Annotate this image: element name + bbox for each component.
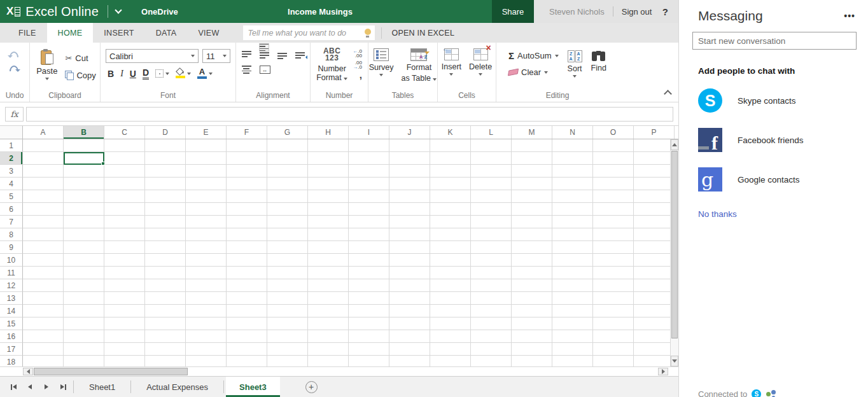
open-in-excel-button[interactable]: OPEN IN EXCEL	[388, 23, 458, 43]
facebook-friends-option[interactable]: f Facebook friends	[698, 128, 855, 152]
cell-A1[interactable]	[23, 139, 64, 152]
cell-N10[interactable]	[552, 254, 593, 267]
cell-G15[interactable]	[267, 317, 308, 330]
cell-I14[interactable]	[349, 305, 389, 317]
column-header-D[interactable]: D	[145, 126, 186, 139]
cell-K10[interactable]	[430, 254, 471, 267]
double-underline-button[interactable]: D	[143, 67, 149, 80]
cell-L16[interactable]	[471, 330, 512, 343]
cell-A9[interactable]	[23, 241, 64, 254]
cell-E8[interactable]	[186, 228, 227, 241]
cell-J18[interactable]	[389, 356, 430, 366]
cell-C11[interactable]	[104, 267, 145, 279]
vertical-scrollbar[interactable]	[670, 139, 678, 366]
cell-B5[interactable]	[64, 190, 104, 203]
cell-J7[interactable]	[389, 216, 430, 228]
cell-J8[interactable]	[389, 228, 430, 241]
cell-F15[interactable]	[227, 317, 267, 330]
cell-G8[interactable]	[267, 228, 308, 241]
align-left-button[interactable]	[259, 43, 269, 52]
cell-K6[interactable]	[430, 203, 471, 216]
horizontal-scroll-thumb[interactable]	[34, 368, 188, 375]
cell-A8[interactable]	[23, 228, 64, 241]
cell-J14[interactable]	[389, 305, 430, 317]
cell-N1[interactable]	[552, 139, 593, 152]
cell-P3[interactable]	[634, 165, 675, 178]
cell-H6[interactable]	[308, 203, 349, 216]
cell-A5[interactable]	[23, 190, 64, 203]
cell-K2[interactable]	[430, 152, 471, 165]
skype-mini-icon[interactable]: S	[752, 389, 761, 397]
cell-E18[interactable]	[186, 356, 227, 366]
cell-H2[interactable]	[308, 152, 349, 165]
cell-I5[interactable]	[349, 190, 389, 203]
cell-O17[interactable]	[593, 343, 634, 356]
align-bottom-button[interactable]	[277, 51, 287, 59]
cell-C1[interactable]	[104, 139, 145, 152]
cell-G6[interactable]	[267, 203, 308, 216]
cell-P13[interactable]	[634, 292, 675, 305]
cell-M11[interactable]	[512, 267, 552, 279]
clear-button[interactable]: Clear	[508, 67, 559, 77]
cell-P2[interactable]	[634, 152, 675, 165]
cell-L5[interactable]	[471, 190, 512, 203]
cell-F1[interactable]	[227, 139, 267, 152]
cell-O12[interactable]	[593, 279, 634, 292]
sheet-tab-sheet3[interactable]: Sheet3	[226, 377, 280, 397]
cell-O14[interactable]	[593, 305, 634, 317]
cell-D6[interactable]	[145, 203, 186, 216]
cell-K18[interactable]	[430, 356, 471, 366]
cell-E11[interactable]	[186, 267, 227, 279]
cell-M1[interactable]	[512, 139, 552, 152]
cell-E5[interactable]	[186, 190, 227, 203]
cell-A6[interactable]	[23, 203, 64, 216]
cell-A11[interactable]	[23, 267, 64, 279]
cell-O18[interactable]	[593, 356, 634, 366]
cell-C8[interactable]	[104, 228, 145, 241]
cell-M7[interactable]	[512, 216, 552, 228]
autosum-button[interactable]: Σ AutoSum	[508, 50, 559, 61]
font-size-select[interactable]: 11	[202, 49, 230, 63]
cell-A13[interactable]	[23, 292, 64, 305]
cell-M16[interactable]	[512, 330, 552, 343]
cell-J10[interactable]	[389, 254, 430, 267]
cell-M3[interactable]	[512, 165, 552, 178]
cell-K13[interactable]	[430, 292, 471, 305]
tab-view[interactable]: VIEW	[187, 23, 230, 43]
cell-M14[interactable]	[512, 305, 552, 317]
row-header-16[interactable]: 16	[0, 330, 23, 343]
cell-M2[interactable]	[512, 152, 552, 165]
vertical-scroll-thumb[interactable]	[671, 151, 678, 338]
tab-home[interactable]: HOME	[47, 23, 94, 43]
messaging-menu-icon[interactable]: •••	[844, 11, 855, 21]
sheet-tab-actual-expenses[interactable]: Actual Expenses	[133, 377, 221, 397]
next-sheet-button[interactable]	[38, 377, 55, 397]
cell-A17[interactable]	[23, 343, 64, 356]
cell-G11[interactable]	[267, 267, 308, 279]
cell-C12[interactable]	[104, 279, 145, 292]
comma-style-button[interactable]: ,	[360, 72, 362, 78]
cell-P18[interactable]	[634, 356, 675, 366]
document-title[interactable]: Income Musings	[288, 7, 353, 17]
cell-J15[interactable]	[389, 317, 430, 330]
column-header-B[interactable]: B	[64, 126, 104, 139]
cell-A3[interactable]	[23, 165, 64, 178]
cell-G5[interactable]	[267, 190, 308, 203]
cell-N12[interactable]	[552, 279, 593, 292]
cell-D14[interactable]	[145, 305, 186, 317]
cell-M4[interactable]	[512, 178, 552, 190]
cell-I11[interactable]	[349, 267, 389, 279]
increase-decimal-button[interactable]: ←.0 .00	[353, 49, 362, 58]
cell-C15[interactable]	[104, 317, 145, 330]
cell-F18[interactable]	[227, 356, 267, 366]
scroll-down-button[interactable]	[671, 356, 678, 366]
cell-N2[interactable]	[552, 152, 593, 165]
cell-D7[interactable]	[145, 216, 186, 228]
cell-J4[interactable]	[389, 178, 430, 190]
cell-G1[interactable]	[267, 139, 308, 152]
cell-L8[interactable]	[471, 228, 512, 241]
cell-I2[interactable]	[349, 152, 389, 165]
cell-P4[interactable]	[634, 178, 675, 190]
cell-L17[interactable]	[471, 343, 512, 356]
cell-J12[interactable]	[389, 279, 430, 292]
